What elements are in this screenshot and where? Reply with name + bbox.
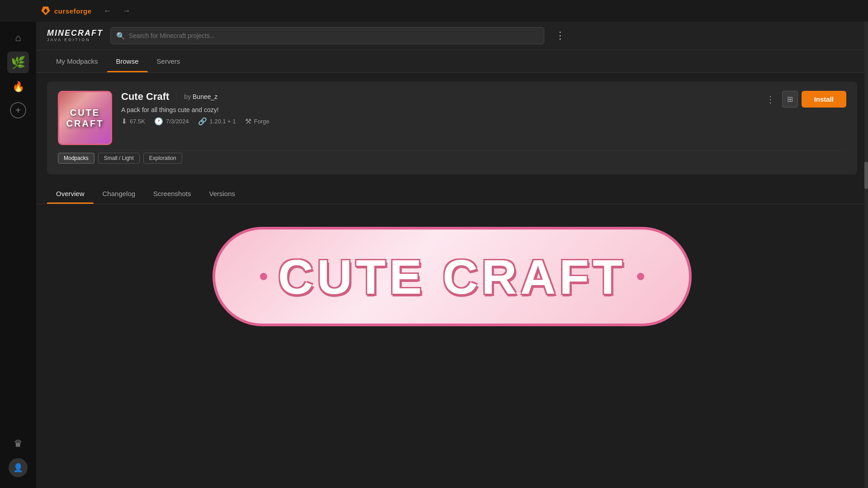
scrollbar-thumb[interactable] — [864, 162, 868, 189]
banner-text: CUTE CRAFT — [278, 249, 626, 305]
version-icon: 🔗 — [198, 117, 207, 126]
sidebar-item-add[interactable]: + — [10, 102, 26, 118]
modpack-meta: ⬇ 67.5K 🕐 7/3/2024 🔗 1.20.1 + 1 ⚒ — [121, 117, 753, 126]
modpack-description: A pack for all things cute and cozy! — [121, 106, 753, 113]
sub-tab-navigation: Overview Changelog Screenshots Versions — [36, 183, 868, 204]
tab-my-modpacks[interactable]: My Modpacks — [47, 50, 107, 72]
scrollbar-track — [864, 22, 868, 488]
modpack-title-row: Cute Craft by Bunee_z — [121, 91, 753, 103]
fire-icon: 🔥 — [12, 81, 24, 93]
add-icon: + — [15, 105, 21, 116]
content-header: MINECRAFT JAVA EDITION 🔍 ⋮ — [36, 22, 868, 50]
modpack-info: Cute Craft by Bunee_z A pack for all thi… — [121, 91, 753, 126]
sidebar-item-home[interactable]: ⌂ — [7, 27, 29, 49]
sub-tab-changelog[interactable]: Changelog — [94, 183, 145, 204]
crown-icon: ♛ — [14, 438, 23, 450]
sub-tab-overview[interactable]: Overview — [47, 183, 94, 204]
header-more-button[interactable]: ⋮ — [552, 28, 569, 43]
meta-downloads: ⬇ 67.5K — [121, 117, 145, 126]
app-logo: curseforge — [41, 6, 92, 16]
sidebar-item-fire[interactable]: 🔥 — [7, 76, 29, 98]
sub-tab-versions[interactable]: Versions — [200, 183, 244, 204]
sidebar-bottom: ♛ 👤 — [7, 433, 29, 483]
install-button[interactable]: Install — [802, 91, 846, 108]
author-name: Bunee_z — [193, 93, 217, 100]
modpack-author: by Bunee_z — [184, 93, 217, 100]
overview-content: CUTE CRAFT — [36, 204, 868, 488]
meta-loader: ⚒ Forge — [245, 117, 269, 126]
forward-button[interactable]: → — [120, 5, 133, 18]
modpack-card-actions: ⋮ ⊞ Install — [762, 91, 846, 108]
clock-icon: 🕐 — [154, 117, 163, 126]
back-button[interactable]: ← — [101, 5, 114, 18]
modpack-name: Cute Craft — [121, 91, 169, 103]
author-prefix: by — [184, 93, 191, 100]
meta-version: 🔗 1.20.1 + 1 — [198, 117, 236, 126]
modpack-thumbnail: CUTE CRAFT — [58, 91, 112, 145]
banner-dot-left — [260, 273, 267, 280]
title-divider — [176, 91, 177, 102]
tag-small-light[interactable]: Small / Light — [98, 153, 140, 164]
minecraft-logo: MINECRAFT JAVA EDITION — [47, 29, 103, 42]
download-icon: ⬇ — [121, 117, 127, 126]
modpack-card: CUTE CRAFT Cute Craft by Bunee_z A pack … — [47, 82, 857, 174]
sidebar: ⌂ 🌿 🔥 + ♛ 👤 — [0, 22, 36, 488]
modpack-thumbnail-inner: CUTE CRAFT — [66, 107, 104, 129]
tab-browse[interactable]: Browse — [107, 50, 148, 72]
thumbnail-text-line1: CUTE — [70, 107, 100, 118]
minecraft-logo-text: MINECRAFT — [47, 29, 103, 38]
meta-date: 🕐 7/3/2024 — [154, 117, 189, 126]
grid-view-button[interactable]: ⊞ — [782, 91, 798, 108]
search-input[interactable] — [129, 32, 538, 39]
app-title: curseforge — [54, 7, 92, 15]
curseforge-icon — [41, 6, 51, 16]
thumbnail-text-line2: CRAFT — [66, 118, 104, 129]
version-value: 1.20.1 + 1 — [210, 118, 236, 125]
more-options-button[interactable]: ⋮ — [762, 91, 778, 108]
modpack-card-top: CUTE CRAFT Cute Craft by Bunee_z A pack … — [58, 91, 846, 145]
java-edition-text: JAVA EDITION — [47, 38, 90, 42]
title-bar: curseforge ← → — [0, 0, 868, 22]
main-content: MINECRAFT JAVA EDITION 🔍 ⋮ My Modpacks B… — [36, 22, 868, 488]
loader-value: Forge — [254, 118, 269, 125]
tab-servers[interactable]: Servers — [148, 50, 189, 72]
sidebar-item-crown[interactable]: ♛ — [7, 433, 29, 455]
cute-craft-banner: CUTE CRAFT — [212, 227, 692, 326]
tag-exploration[interactable]: Exploration — [143, 153, 182, 164]
grid-icon: ⊞ — [787, 95, 793, 103]
modpack-section: CUTE CRAFT Cute Craft by Bunee_z A pack … — [36, 73, 868, 183]
home-icon: ⌂ — [15, 32, 21, 44]
date-value: 7/3/2024 — [166, 118, 189, 125]
banner-dot-right — [637, 273, 644, 280]
banner-cute: CUTE CRAFT — [278, 249, 626, 305]
tab-navigation: My Modpacks Browse Servers — [36, 50, 868, 73]
modpack-tags: Modpacks Small / Light Exploration — [58, 150, 846, 165]
sidebar-item-profile[interactable]: 👤 — [9, 458, 28, 477]
search-bar-container[interactable]: 🔍 — [110, 27, 544, 44]
tag-modpacks[interactable]: Modpacks — [58, 153, 94, 164]
search-icon: 🔍 — [116, 32, 125, 40]
sidebar-item-minecraft[interactable]: 🌿 — [7, 52, 29, 73]
loader-icon: ⚒ — [245, 117, 251, 126]
sub-tab-screenshots[interactable]: Screenshots — [144, 183, 200, 204]
minecraft-icon: 🌿 — [11, 56, 25, 70]
downloads-count: 67.5K — [130, 118, 145, 125]
profile-icon: 👤 — [13, 463, 23, 473]
